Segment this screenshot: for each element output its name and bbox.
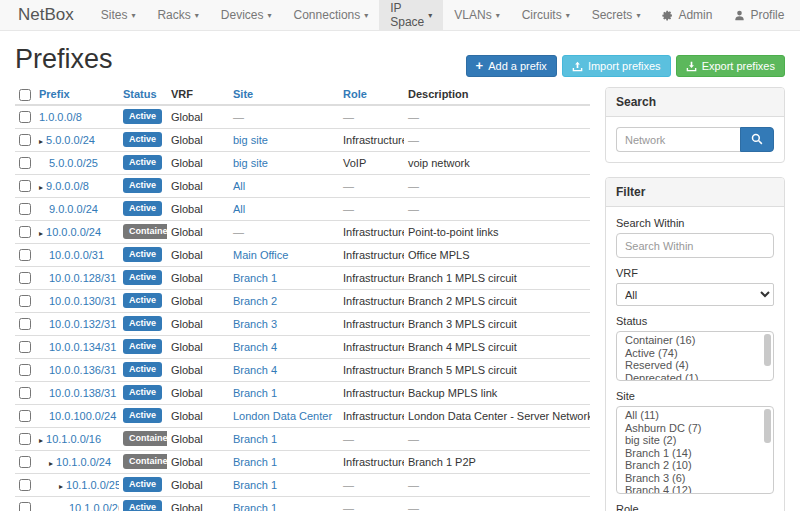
site-link[interactable]: Branch 1 [233,387,277,399]
row-checkbox[interactable] [19,157,31,169]
listbox-option[interactable]: Container (16) [617,334,773,347]
column-header-status[interactable]: Status [119,84,167,105]
site-cell: Branch 1 [229,450,339,473]
row-checkbox[interactable] [19,479,31,491]
export-prefixes-button[interactable]: Export prefixes [676,55,785,77]
nav-item-ip-space[interactable]: IP Space▾ [379,0,443,30]
prefix-link[interactable]: 10.0.0.130/31 [49,295,116,307]
listbox-option[interactable]: big site (2) [617,434,773,447]
nav-item-circuits[interactable]: Circuits▾ [511,0,581,30]
scrollbar-thumb[interactable] [764,409,771,443]
description-cell: Office MPLS [404,243,590,266]
site-link[interactable]: All [233,203,245,215]
listbox-option[interactable]: Active (74) [617,347,773,360]
listbox-option[interactable]: All (11) [617,409,773,422]
nav-item-sites[interactable]: Sites▾ [90,0,147,30]
nav-item-admin[interactable]: Admin [651,0,723,30]
nav-item-profile[interactable]: Profile [723,0,795,30]
prefix-link[interactable]: 1.0.0.0/8 [39,111,82,123]
prefix-link[interactable]: 10.0.0.136/31 [49,364,116,376]
site-link[interactable]: big site [233,157,268,169]
listbox-option[interactable]: Deprecated (1) [617,372,773,382]
prefix-link[interactable]: 5.0.0.0/25 [49,157,98,169]
import-prefixes-button[interactable]: Import prefixes [562,55,671,77]
site-link[interactable]: All [233,180,245,192]
prefix-link[interactable]: 10.1.0.0/16 [46,433,101,445]
prefix-link[interactable]: 10.0.100.0/24 [49,410,116,422]
nav-item-vlans[interactable]: VLANs▾ [443,0,510,30]
column-header-site[interactable]: Site [229,84,339,105]
row-checkbox[interactable] [19,203,31,215]
site-link[interactable]: Branch 1 [233,502,277,511]
prefix-link[interactable]: 10.0.0.132/31 [49,318,116,330]
prefix-link[interactable]: 10.0.0.134/31 [49,341,116,353]
table-body: 1.0.0.0/8ActiveGlobal———▸5.0.0.0/24Activ… [15,105,590,511]
listbox-option[interactable]: Reserved (4) [617,359,773,372]
site-link[interactable]: big site [233,134,268,146]
row-checkbox[interactable] [19,111,31,123]
vrf-select[interactable]: All [616,283,774,306]
listbox-option[interactable]: Branch 1 (14) [617,447,773,460]
prefix-link[interactable]: 10.1.0.0/25 [66,479,119,491]
nav-item-label: VLANs [454,8,491,22]
search-input[interactable] [616,127,740,152]
row-checkbox[interactable] [19,387,31,399]
prefix-link[interactable]: 5.0.0.0/24 [46,134,95,146]
row-checkbox[interactable] [19,134,31,146]
description-cell: London Data Center - Server Network [404,404,590,427]
description-cell: — [404,105,590,128]
row-checkbox[interactable] [19,295,31,307]
column-header-prefix[interactable]: Prefix [35,84,119,105]
row-checkbox[interactable] [19,318,31,330]
site-listbox[interactable]: All (11)Ashburn DC (7)big site (2)Branch… [616,406,774,494]
site-link[interactable]: Branch 3 [233,318,277,330]
prefix-link[interactable]: 10.1.0.0/26 [69,502,119,511]
site-cell: London Data Center [229,404,339,427]
nav-item-connections[interactable]: Connections▾ [283,0,380,30]
site-link[interactable]: Branch 4 [233,341,277,353]
row-checkbox[interactable] [19,433,31,445]
search-within-input[interactable] [616,233,774,258]
filter-panel: Filter Search Within VRF All Status Cont… [605,177,785,511]
site-link[interactable]: Main Office [233,249,288,261]
row-checkbox[interactable] [19,249,31,261]
search-button[interactable] [740,127,774,152]
scrollbar-thumb[interactable] [764,334,771,366]
site-link[interactable]: Branch 1 [233,433,277,445]
nav-item-secrets[interactable]: Secrets▾ [581,0,652,30]
row-checkbox[interactable] [19,341,31,353]
listbox-option[interactable]: Ashburn DC (7) [617,422,773,435]
row-checkbox[interactable] [19,180,31,192]
prefix-cell: 10.0.0.128/31 [35,266,119,289]
prefix-link[interactable]: 10.0.0.138/31 [49,387,116,399]
row-checkbox[interactable] [19,410,31,422]
row-checkbox[interactable] [19,502,31,511]
add-prefix-button[interactable]: + Add a prefix [466,55,557,77]
nav-item-devices[interactable]: Devices▾ [210,0,283,30]
prefix-link[interactable]: 10.1.0.0/24 [56,456,111,468]
column-header-role[interactable]: Role [339,84,404,105]
prefix-link[interactable]: 10.0.0.0/31 [49,249,104,261]
listbox-option[interactable]: Branch 3 (6) [617,472,773,485]
listbox-option[interactable]: Branch 2 (10) [617,459,773,472]
prefix-link[interactable]: 9.0.0.0/24 [49,203,98,215]
row-checkbox[interactable] [19,456,31,468]
row-checkbox[interactable] [19,364,31,376]
nav-item-racks[interactable]: Racks▾ [146,0,209,30]
site-link[interactable]: Branch 1 [233,479,277,491]
site-link[interactable]: London Data Center [233,410,332,422]
status-listbox[interactable]: Container (16)Active (74)Reserved (4)Dep… [616,331,774,381]
row-checkbox[interactable] [19,226,31,238]
nav-item-logout[interactable]: Log out [795,0,800,30]
site-link[interactable]: Branch 1 [233,272,277,284]
brand-logo[interactable]: NetBox [12,0,80,30]
prefix-link[interactable]: 9.0.0.0/8 [46,180,89,192]
listbox-option[interactable]: Branch 4 (12) [617,484,773,494]
row-checkbox[interactable] [19,272,31,284]
site-link[interactable]: Branch 4 [233,364,277,376]
prefix-link[interactable]: 10.0.0.128/31 [49,272,116,284]
site-link[interactable]: Branch 1 [233,456,277,468]
site-link[interactable]: Branch 2 [233,295,277,307]
select-all-checkbox[interactable] [19,89,31,101]
prefix-link[interactable]: 10.0.0.0/24 [46,226,101,238]
